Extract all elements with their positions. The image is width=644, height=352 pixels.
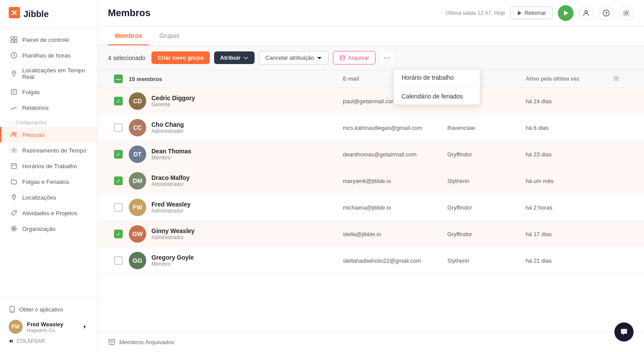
archived-label: Membros Arquivados [119, 339, 174, 345]
svg-marker-18 [518, 11, 522, 15]
play-icon [517, 10, 522, 16]
sidebar-item-reports[interactable]: Relatórios [0, 100, 97, 115]
org-icon [10, 225, 18, 233]
row-checkbox[interactable] [114, 256, 123, 265]
dropdown-divider [394, 87, 480, 87]
tabs-bar: Membros Grupos [97, 26, 644, 46]
table-row: ✓ CD Cedric Diggory Gerente paul@getairm… [97, 88, 644, 115]
last-action-text: Última saída 12:47, Hoje [446, 10, 505, 16]
dropdown-work-schedule[interactable]: Horário de trabalho [394, 69, 480, 86]
logo[interactable]: ✕ Jibble [0, 0, 97, 28]
leaves-icon [10, 88, 18, 96]
sidebar-footer: Obter o aplicativo FW Fred Weasley Hogwa… [0, 298, 97, 352]
sidebar-item-locations[interactable]: Localizações [0, 190, 97, 205]
avatar: DT [129, 146, 146, 163]
sidebar-item-label: Organização [22, 226, 56, 232]
member-details: Cho Chang Administrador [151, 121, 184, 134]
table-row: ✓ DT Dean Thomas Membro deanthomas@getai… [97, 141, 644, 168]
more-button[interactable]: ··· [380, 51, 393, 64]
header-checkbox-cell[interactable]: — [108, 74, 129, 83]
members-count-cell: 15 membros [129, 76, 343, 82]
folder-icon [10, 178, 18, 186]
avatar: CC [129, 119, 146, 136]
svg-rect-2 [11, 37, 13, 39]
chevron-down-icon-2 [317, 55, 322, 61]
settings-button[interactable] [619, 6, 634, 20]
list-toolbar: 4 selecionado Criar novo grupo Atribuir … [97, 46, 644, 70]
row-checkbox[interactable] [114, 203, 123, 212]
tab-groups[interactable]: Grupos [152, 26, 186, 45]
sidebar-item-label: Folgas e Feriados [22, 179, 69, 185]
collapse-button[interactable]: COLAPSAR [9, 335, 88, 347]
member-info: FW Fred Weasley Administrador [129, 199, 343, 216]
sidebar-item-organization[interactable]: Organização [0, 221, 97, 237]
svg-rect-17 [10, 306, 14, 312]
svg-point-14 [15, 211, 16, 212]
sidebar-item-label: Pessoas [22, 132, 45, 138]
member-details: Dean Thomas Membro [151, 148, 191, 161]
assign-button[interactable]: Atribuir [214, 51, 255, 64]
archive-icon [339, 55, 345, 61]
sidebar-item-timesheets[interactable]: Planilhas de horas [0, 47, 97, 63]
member-info: CC Cho Chang Administrador [129, 119, 343, 136]
sidebar-item-leaves-holidays[interactable]: Folgas e Feriados [0, 174, 97, 190]
create-group-button[interactable]: Criar novo grupo [151, 51, 209, 64]
tab-members[interactable]: Membros [108, 26, 149, 45]
chevron-down-icon [243, 55, 248, 61]
member-details: Gregory Goyle Membro [151, 254, 194, 267]
tag-icon [10, 209, 18, 217]
people-icon [10, 131, 18, 139]
select-all-checkbox[interactable]: — [114, 74, 123, 83]
row-checkbox[interactable]: ✓ [114, 97, 123, 105]
gear-icon [10, 146, 18, 154]
svg-rect-5 [14, 40, 17, 43]
table-header: — 15 membros E-mail Ativo pela última ve… [97, 70, 644, 88]
table-row: FW Fred Weasley Administrador michaera@j… [97, 194, 644, 221]
user-profile[interactable]: FW Fred Weasley Hogwarts Co [9, 315, 88, 335]
sidebar-item-dashboard[interactable]: Painel de controle [0, 32, 97, 47]
sidebar-item-time-tracking[interactable]: Rastreamento de Tempo [0, 142, 97, 158]
row-checkbox-cell[interactable]: ✓ [108, 97, 129, 105]
svg-point-11 [13, 149, 15, 152]
pin-icon [10, 193, 18, 201]
member-details: Cedric Diggory Gerente [151, 95, 195, 108]
archived-members-footer[interactable]: Membros Arquivados [97, 332, 644, 352]
member-info: DT Dean Thomas Membro [129, 146, 343, 163]
logo-icon: ✕ [9, 7, 20, 21]
last-active-header: Ativo pela última vez [526, 76, 613, 82]
archive-footer-icon [108, 338, 116, 346]
user-menu-button[interactable] [579, 6, 594, 20]
resume-button[interactable]: Retomar [510, 7, 553, 19]
topbar-right: Última saída 12:47, Hoje Retomar ? [446, 5, 634, 21]
sidebar-item-label: Localizações em Tempo Real [22, 67, 88, 80]
row-checkbox[interactable] [114, 123, 123, 132]
sidebar-item-locations-rt[interactable]: Localizações em Tempo Real [0, 63, 97, 84]
avatar: GW [129, 225, 146, 243]
sidebar-item-leaves[interactable]: Folgas [0, 84, 97, 100]
row-checkbox[interactable]: ✓ [114, 150, 123, 159]
sidebar-item-activities[interactable]: Atividades e Projetos [0, 205, 97, 221]
chat-bubble-button[interactable] [614, 322, 634, 342]
user-info: Fred Weasley Hogwarts Co [27, 321, 77, 333]
settings-header[interactable] [613, 75, 634, 83]
play-filled-icon [562, 10, 569, 17]
row-checkbox[interactable]: ✓ [114, 176, 123, 185]
archive-button[interactable]: Arquivar [333, 51, 376, 64]
sidebar-item-label: Rastreamento de Tempo [22, 147, 87, 154]
sidebar-item-people[interactable]: Pessoas [0, 127, 97, 142]
dropdown-holiday-calendar[interactable]: Calendário de feriados [394, 88, 480, 105]
svg-rect-26 [109, 339, 115, 341]
sidebar-nav: Painel de controle Planilhas de horas Lo… [0, 28, 97, 298]
row-checkbox[interactable]: ✓ [114, 230, 123, 238]
calendar-icon [10, 162, 18, 170]
get-app-link[interactable]: Obter o aplicativo [9, 303, 88, 315]
table-row: CC Cho Chang Administrador mcs.katrinavi… [97, 115, 644, 141]
avatar: FW [129, 199, 146, 216]
help-button[interactable]: ? [599, 6, 614, 20]
location-icon [10, 70, 18, 78]
sidebar-item-work-schedules[interactable]: Horários de Trabalho [0, 158, 97, 174]
svg-point-7 [13, 72, 15, 73]
sidebar-item-label: Folgas [22, 89, 40, 95]
timer-button[interactable] [558, 5, 574, 21]
cancel-assign-button[interactable]: Cancelar atribuição [259, 51, 329, 64]
